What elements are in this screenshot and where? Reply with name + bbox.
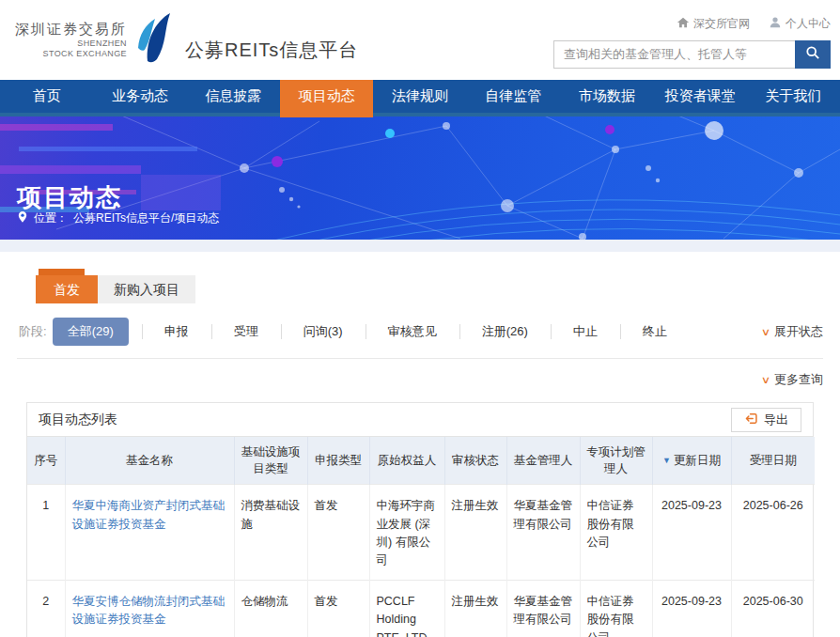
- cell-plan_manager: 中信证券股份有限公司: [580, 485, 652, 581]
- nav-item-1[interactable]: 业务动态: [93, 80, 186, 113]
- table-title: 项目动态列表: [39, 412, 117, 428]
- exchange-name-cn: 深圳证券交易所: [15, 21, 127, 39]
- column-header-7[interactable]: 专项计划管理人: [580, 437, 652, 485]
- fund-link[interactable]: 华夏中海商业资产封闭式基础设施证券投资基金: [72, 499, 226, 530]
- cell-fund_manager: 华夏基金管理有限公司: [506, 580, 580, 637]
- search-input[interactable]: [553, 40, 795, 69]
- stage-filter-label: 阶段:: [19, 323, 47, 340]
- project-table-card: 项目动态列表 导出 序号基金名称基础设施项目类型申报类型原始权益人审核状态基金管…: [26, 402, 814, 637]
- search-bar: [553, 40, 831, 69]
- fund-link[interactable]: 华夏安博仓储物流封闭式基础设施证券投资基金: [72, 595, 226, 626]
- filter-options: 全部(29)申报受理问询(3)审核意见注册(26)中止终止: [53, 318, 690, 346]
- logo-block: 深圳证券交易所 SHENZHEN STOCK EXCHANGE 公募REITs信…: [15, 12, 358, 69]
- cell-fund_name: 华夏安博仓储物流封闭式基础设施证券投资基金: [65, 580, 234, 637]
- cell-project_type: 消费基础设施: [234, 485, 307, 581]
- table-title-bar: 项目动态列表 导出: [27, 403, 813, 437]
- cell-fund_manager: 华夏基金管理有限公司: [506, 485, 580, 581]
- nav-item-6[interactable]: 市场数据: [560, 80, 653, 113]
- filter-option-2[interactable]: 受理: [211, 318, 281, 346]
- breadcrumb-path[interactable]: 公募REITs信息平台/项目动态: [73, 210, 219, 226]
- cell-update_date: 2025-09-23: [652, 485, 731, 581]
- cell-review_status: 注册生效: [444, 485, 506, 581]
- personal-center-link[interactable]: 个人中心: [769, 16, 831, 32]
- filter-option-0[interactable]: 全部(29): [53, 318, 129, 346]
- nav-item-3-active[interactable]: 项目动态: [280, 80, 373, 117]
- cell-update_date: 2025-09-23: [652, 580, 731, 637]
- cell-original_owner: PCCLF Holding PTE. LTD.: [369, 580, 444, 637]
- location-pin-icon: [17, 210, 28, 226]
- page-background-strip: [0, 240, 840, 252]
- expand-status-toggle[interactable]: ∨ 展开状态: [762, 323, 823, 340]
- cell-accept_date: 2025-06-26: [731, 485, 815, 581]
- cell-seq: 2: [27, 580, 65, 637]
- header-right: 深交所官网 个人中心: [553, 12, 831, 69]
- column-header-3[interactable]: 申报类型: [307, 437, 369, 485]
- cell-plan_manager: 中信证券股份有限公司: [580, 580, 652, 637]
- filter-option-1[interactable]: 申报: [142, 318, 211, 346]
- main-nav: 首页业务动态信息披露项目动态法律规则自律监管市场数据投资者课堂关于我们: [0, 80, 840, 113]
- cell-accept_date: 2025-06-30: [731, 580, 815, 637]
- filter-option-7[interactable]: 终止: [620, 318, 690, 346]
- more-query-row: ∨ 更多查询: [17, 359, 823, 399]
- cell-apply_type: 首发: [307, 485, 369, 581]
- site-title: 公募REITs信息平台: [185, 38, 358, 63]
- stage-filter-row: 阶段: 全部(29)申报受理问询(3)审核意见注册(26)中止终止 ∨ 展开状态: [17, 318, 823, 346]
- column-header-9[interactable]: 受理日期: [731, 437, 815, 485]
- export-icon: [744, 412, 758, 428]
- cell-fund_name: 华夏中海商业资产封闭式基础设施证券投资基金: [65, 485, 234, 581]
- cell-apply_type: 首发: [307, 580, 369, 637]
- search-icon: [805, 45, 820, 63]
- column-header-4[interactable]: 原始权益人: [369, 437, 444, 485]
- table-row: 2华夏安博仓储物流封闭式基础设施证券投资基金仓储物流首发PCCLF Holdin…: [27, 580, 815, 637]
- export-button[interactable]: 导出: [731, 408, 801, 432]
- search-button[interactable]: [795, 40, 831, 69]
- column-header-1[interactable]: 基金名称: [65, 437, 234, 485]
- cell-original_owner: 中海环宇商业发展 (深圳) 有限公司: [369, 485, 444, 581]
- nav-item-0[interactable]: 首页: [0, 80, 93, 113]
- chevron-down-icon: ∨: [761, 375, 770, 385]
- cell-review_status: 注册生效: [444, 580, 506, 637]
- exchange-name-en2: STOCK EXCHANGE: [15, 49, 127, 59]
- nav-item-8[interactable]: 关于我们: [747, 80, 840, 113]
- filter-option-4[interactable]: 审核意见: [366, 318, 459, 346]
- breadcrumb-prefix: 位置：: [34, 210, 68, 226]
- site-header: 深圳证券交易所 SHENZHEN STOCK EXCHANGE 公募REITs信…: [0, 0, 840, 80]
- table-body: 1华夏中海商业资产封闭式基础设施证券投资基金消费基础设施首发中海环宇商业发展 (…: [27, 485, 815, 637]
- user-icon: [769, 16, 782, 32]
- nav-item-2[interactable]: 信息披露: [187, 80, 280, 113]
- official-site-label: 深交所官网: [693, 16, 750, 32]
- nav-item-7[interactable]: 投资者课堂: [653, 80, 746, 113]
- column-header-5[interactable]: 审核状态: [444, 437, 506, 485]
- column-header-2[interactable]: 基础设施项目类型: [234, 437, 307, 485]
- banner: 项目动态 位置： 公募REITs信息平台/项目动态: [0, 113, 840, 240]
- home-icon: [677, 16, 690, 32]
- exchange-name-en1: SHENZHEN: [15, 39, 127, 49]
- nav-item-5[interactable]: 自律监管: [467, 80, 560, 113]
- tab-1[interactable]: 新购入项目: [98, 275, 195, 303]
- column-header-0[interactable]: 序号: [27, 437, 65, 485]
- official-site-link[interactable]: 深交所官网: [677, 16, 750, 32]
- filter-option-6[interactable]: 中止: [551, 318, 620, 346]
- column-header-6[interactable]: 基金管理人: [506, 437, 580, 485]
- project-table: 序号基金名称基础设施项目类型申报类型原始权益人审核状态基金管理人专项计划管理人▼…: [27, 437, 815, 637]
- exchange-logo-text: 深圳证券交易所 SHENZHEN STOCK EXCHANGE: [15, 21, 127, 59]
- more-query-label: 更多查询: [774, 371, 823, 388]
- sort-desc-icon[interactable]: ▼: [662, 456, 671, 465]
- top-links: 深交所官网 个人中心: [677, 16, 831, 32]
- tabs: 首发新购入项目: [36, 275, 823, 303]
- export-label: 导出: [764, 412, 788, 428]
- breadcrumb: 位置： 公募REITs信息平台/项目动态: [17, 210, 219, 226]
- column-header-8[interactable]: ▼更新日期: [652, 437, 731, 485]
- chevron-down-icon: ∨: [761, 327, 770, 337]
- content: 首发新购入项目 阶段: 全部(29)申报受理问询(3)审核意见注册(26)中止终…: [0, 275, 840, 637]
- nav-item-4[interactable]: 法律规则: [373, 80, 466, 113]
- cell-seq: 1: [27, 485, 65, 581]
- tab-0[interactable]: 首发: [36, 275, 98, 303]
- personal-center-label: 个人中心: [786, 16, 831, 32]
- expand-status-label: 展开状态: [774, 323, 823, 340]
- filter-option-3[interactable]: 问询(3): [281, 318, 366, 346]
- more-query-toggle[interactable]: ∨ 更多查询: [762, 371, 823, 388]
- table-row: 1华夏中海商业资产封闭式基础设施证券投资基金消费基础设施首发中海环宇商业发展 (…: [27, 485, 815, 581]
- cell-project_type: 仓储物流: [234, 580, 307, 637]
- filter-option-5[interactable]: 注册(26): [459, 318, 551, 346]
